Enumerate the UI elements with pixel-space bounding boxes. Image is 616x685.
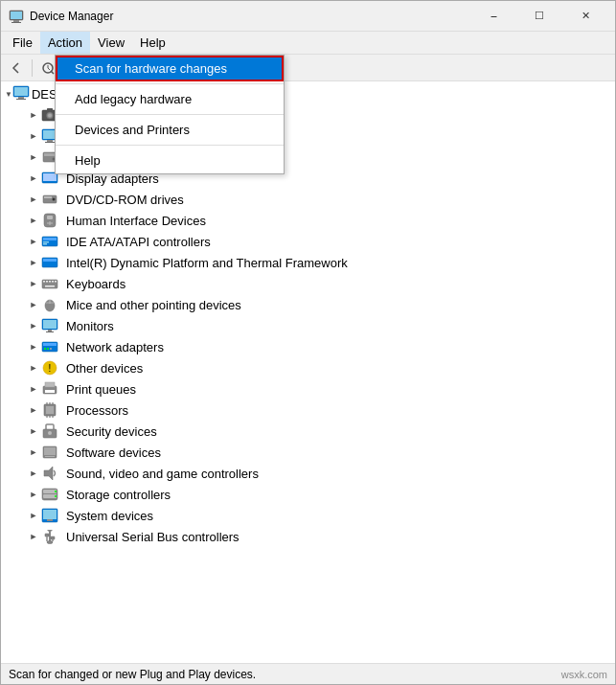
- device-usb-controllers[interactable]: ► Universal Serial Bus controllers: [1, 526, 615, 547]
- device-keyboards[interactable]: ► Keyboards: [1, 273, 615, 294]
- svg-rect-54: [46, 331, 54, 332]
- svg-rect-38: [43, 243, 47, 245]
- svg-rect-53: [48, 330, 52, 331]
- svg-rect-87: [47, 519, 53, 521]
- svg-rect-12: [14, 87, 28, 96]
- network-icon: [41, 338, 58, 355]
- svg-rect-14: [16, 99, 26, 100]
- svg-rect-66: [46, 406, 54, 414]
- sound-icon: [41, 465, 58, 482]
- sound-chevron: ►: [28, 468, 39, 479]
- software-label: Software devices: [66, 445, 161, 460]
- processors-chevron: ►: [28, 404, 39, 416]
- monitors-label: Monitors: [66, 319, 114, 333]
- menu-view[interactable]: View: [90, 32, 132, 54]
- device-sound-video[interactable]: ► Sound, video and game controllers: [1, 463, 615, 484]
- device-other-devices[interactable]: ► ! Other devices: [1, 357, 615, 378]
- other-chevron: ►: [28, 362, 39, 374]
- title-bar: Device Manager ‒ ☐ ✕: [1, 1, 615, 32]
- svg-rect-42: [43, 281, 45, 283]
- software-icon: [41, 444, 58, 461]
- monitors-chevron: ►: [28, 320, 39, 331]
- security-icon: [41, 422, 58, 440]
- device-hid[interactable]: ► Human Interface Devices: [1, 210, 615, 231]
- computer-icon: [12, 84, 30, 104]
- dropdown-devices-printers[interactable]: Devices and Printers: [56, 117, 284, 143]
- window-title: Device Manager: [30, 10, 471, 23]
- dropdown-add-legacy[interactable]: Add legacy hardware: [56, 86, 284, 112]
- security-chevron: ►: [28, 425, 39, 437]
- device-processors[interactable]: ► Processors: [1, 400, 615, 421]
- print-queues-label: Print queues: [66, 382, 136, 397]
- device-intel-framework[interactable]: ► Intel(R) Dynamic Platform and Thermal …: [1, 252, 615, 273]
- device-system-devices[interactable]: ► System devices: [1, 505, 615, 526]
- svg-rect-36: [43, 238, 57, 240]
- mice-chevron: ►: [28, 299, 39, 310]
- svg-point-57: [44, 348, 46, 350]
- menu-file[interactable]: File: [5, 32, 40, 54]
- device-security[interactable]: ► Security devices: [1, 421, 615, 442]
- app-icon: [9, 9, 24, 24]
- mice-icon: [41, 296, 58, 313]
- mice-label: Mice and other pointing devices: [66, 298, 241, 312]
- action-dropdown-menu: Scan for hardware changes Add legacy har…: [55, 55, 285, 174]
- device-software[interactable]: ► Software devices: [1, 442, 615, 463]
- print-chevron: ►: [28, 383, 39, 395]
- svg-rect-3: [11, 22, 21, 23]
- device-monitors[interactable]: ► Monitors: [1, 315, 615, 336]
- print-icon: [41, 380, 58, 398]
- svg-rect-1: [11, 11, 22, 19]
- svg-rect-82: [43, 494, 57, 498]
- svg-rect-27: [43, 173, 57, 181]
- intel-label: Intel(R) Dynamic Platform and Thermal Fr…: [66, 256, 348, 270]
- dropdown-separator-3: [56, 145, 284, 146]
- device-ide-atapi[interactable]: ► IDE ATA/ATAPI controllers: [1, 231, 615, 252]
- svg-rect-77: [44, 447, 56, 455]
- svg-point-58: [47, 348, 49, 350]
- other-icon: !: [41, 359, 58, 377]
- device-dvd-cdrom[interactable]: ► DVD/CD-ROM drives: [1, 189, 615, 210]
- toolbar-back-button[interactable]: [5, 57, 28, 80]
- hid-chevron: ►: [28, 215, 39, 226]
- dropdown-scan-hardware[interactable]: Scan for hardware changes: [56, 56, 284, 81]
- device-mice[interactable]: ► Mice and other pointing devices: [1, 294, 615, 315]
- cameras-chevron: ►: [28, 109, 39, 121]
- svg-rect-90: [45, 534, 49, 537]
- system-icon: [41, 507, 58, 524]
- intel-chevron: ►: [28, 257, 39, 268]
- network-label: Network adapters: [66, 340, 164, 354]
- device-print-queues[interactable]: ► Print queues: [1, 378, 615, 400]
- dropdown-separator-1: [56, 83, 284, 84]
- usb-label: Universal Serial Bus controllers: [66, 530, 240, 544]
- device-manager-window: Device Manager ‒ ☐ ✕ File Action View He…: [0, 0, 616, 685]
- usb-chevron: ►: [28, 531, 39, 542]
- device-network-adapters[interactable]: ► Network adapters: [1, 336, 615, 357]
- svg-rect-46: [55, 281, 57, 283]
- svg-rect-56: [43, 343, 57, 346]
- svg-rect-29: [44, 196, 52, 198]
- svg-marker-89: [47, 530, 53, 533]
- svg-rect-40: [43, 259, 57, 262]
- keyboards-chevron: ►: [28, 278, 39, 289]
- svg-text:!: !: [49, 363, 52, 374]
- dropdown-help[interactable]: Help: [56, 148, 284, 173]
- ide-label: IDE ATA/ATAPI controllers: [66, 235, 211, 249]
- device-storage-controllers[interactable]: ► Storage controllers: [1, 484, 615, 505]
- keyboards-label: Keyboards: [66, 277, 125, 291]
- minimize-button[interactable]: ‒: [471, 1, 515, 32]
- storage-icon: [41, 486, 58, 503]
- software-chevron: ►: [28, 446, 39, 458]
- svg-point-30: [53, 198, 56, 201]
- menu-help[interactable]: Help: [132, 32, 173, 54]
- close-button[interactable]: ✕: [563, 1, 607, 32]
- svg-point-59: [50, 348, 52, 350]
- processors-icon: [41, 401, 58, 419]
- maximize-button[interactable]: ☐: [517, 1, 561, 32]
- menu-action[interactable]: Action: [40, 32, 90, 54]
- display-chevron: ►: [28, 172, 39, 184]
- svg-rect-43: [46, 281, 48, 283]
- dvd-label: DVD/CD-ROM drives: [66, 193, 184, 207]
- dropdown-separator-2: [56, 114, 284, 115]
- svg-point-17: [48, 114, 52, 118]
- svg-point-94: [47, 541, 53, 544]
